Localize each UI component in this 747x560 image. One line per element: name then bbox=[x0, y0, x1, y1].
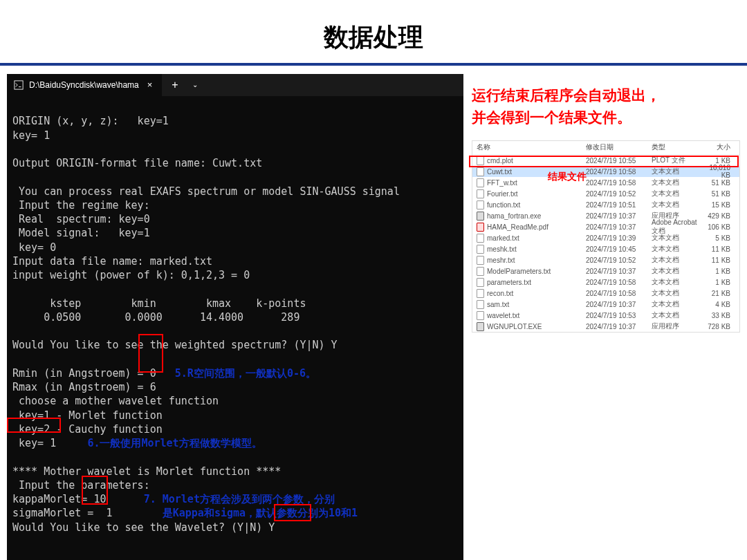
file-name: meshk.txt bbox=[487, 245, 517, 253]
term-line: You can process real EXAFS spectrum or m… bbox=[12, 185, 400, 198]
term-line: Would You like to see the Wavelet? (Y|N)… bbox=[12, 521, 275, 534]
file-name: recon.txt bbox=[487, 290, 513, 297]
tab-title: D:\BaiduSyncdisk\wave\hama bbox=[29, 80, 139, 91]
terminal-body[interactable]: ORIGIN (x, y, z): key=1 key= 1 Output OR… bbox=[7, 96, 463, 560]
col-size[interactable]: 大小 bbox=[701, 141, 735, 154]
file-size: 21 KB bbox=[701, 288, 735, 299]
terminal-window: D:\BaiduSyncdisk\wave\hama × + ⌄ ORIGIN … bbox=[7, 74, 463, 560]
file-icon bbox=[477, 178, 484, 187]
file-icon bbox=[477, 245, 484, 254]
terminal-icon bbox=[14, 80, 24, 90]
file-icon bbox=[477, 189, 484, 198]
file-icon bbox=[477, 234, 484, 243]
file-name: parameters.txt bbox=[487, 279, 531, 286]
file-icon bbox=[477, 322, 484, 331]
file-name: marked.txt bbox=[487, 234, 519, 242]
svg-rect-0 bbox=[15, 81, 23, 89]
annotation-6: 6.一般使用Morlet方程做数学模型。 bbox=[87, 437, 261, 449]
file-list-header: 名称 修改日期 类型 大小 bbox=[472, 141, 739, 155]
file-type: 应用程序 bbox=[647, 319, 701, 333]
file-size: 33 KB bbox=[701, 310, 735, 321]
file-date: 2024/7/19 10:58 bbox=[582, 166, 647, 178]
file-icon bbox=[477, 267, 484, 276]
divider bbox=[0, 63, 747, 66]
file-size: 5 KB bbox=[701, 232, 735, 244]
term-line: key= 1 bbox=[12, 129, 50, 142]
file-size: 11 KB bbox=[701, 243, 735, 255]
file-date: 2024/7/19 10:45 bbox=[582, 243, 647, 255]
term-line: Rmin (in Angstroem) = 0 bbox=[12, 367, 156, 380]
term-line: input weight (power of k): 0,1,2,3 = 0 bbox=[12, 269, 250, 281]
col-type[interactable]: 类型 bbox=[647, 141, 701, 154]
file-name: hama_fortran.exe bbox=[487, 212, 541, 220]
note-text: 运行结束后程序会自动退出， 并会得到一个结果文件。 bbox=[472, 74, 740, 128]
file-size: 15 KB bbox=[701, 199, 735, 211]
redbox-kappa-sigma bbox=[82, 476, 108, 505]
terminal-titlebar[interactable]: D:\BaiduSyncdisk\wave\hama × + ⌄ bbox=[7, 74, 463, 96]
file-row[interactable]: WGNUPLOT.EXE2024/7/19 10:37应用程序728 KB bbox=[472, 321, 739, 332]
redbox-key bbox=[7, 418, 61, 433]
term-line: 0.0500 0.0000 14.4000 289 bbox=[12, 311, 299, 324]
term-line: ORIGIN (x, y, z): key=1 bbox=[12, 115, 169, 127]
file-icon bbox=[477, 200, 484, 209]
term-line: **** Mother wavelet is Morlet function *… bbox=[12, 465, 281, 478]
file-name: wavelet.txt bbox=[487, 312, 519, 319]
file-date: 2024/7/19 10:52 bbox=[582, 188, 647, 200]
right-column: 运行结束后程序会自动退出， 并会得到一个结果文件。 名称 修改日期 类型 大小 … bbox=[472, 74, 740, 560]
terminal-tab[interactable]: D:\BaiduSyncdisk\wave\hama × bbox=[7, 74, 162, 96]
file-date: 2024/7/19 10:52 bbox=[582, 254, 647, 266]
file-name: Fourier.txt bbox=[487, 190, 517, 198]
file-size: 51 KB bbox=[701, 177, 735, 189]
file-name: meshr.txt bbox=[487, 256, 515, 264]
file-date: 2024/7/19 10:37 bbox=[582, 299, 647, 310]
close-icon[interactable]: × bbox=[145, 79, 156, 91]
file-icon bbox=[477, 300, 484, 309]
term-line: Rmax (in Angstroem) = 6 bbox=[12, 381, 156, 393]
file-name: sam.txt bbox=[487, 301, 509, 308]
term-line: Input the regime key: bbox=[12, 199, 150, 212]
term-line: Model signal: key=1 bbox=[12, 227, 150, 239]
term-line: Would You like to see the weighted spect… bbox=[12, 339, 338, 351]
file-icon bbox=[477, 212, 484, 221]
file-icon bbox=[477, 256, 484, 265]
file-name: Cuwt.txt bbox=[487, 168, 512, 176]
slide-header: 数据处理 bbox=[0, 0, 747, 63]
annotation-7b: 是Kappa和sigma，默认参数分别为10和1 bbox=[163, 507, 358, 519]
file-size: 51 KB bbox=[701, 188, 735, 200]
file-date: 2024/7/19 10:58 bbox=[582, 177, 647, 189]
file-name: FFT_w.txt bbox=[487, 179, 517, 187]
col-date[interactable]: 修改日期 bbox=[582, 141, 647, 154]
content-area: D:\BaiduSyncdisk\wave\hama × + ⌄ ORIGIN … bbox=[0, 74, 747, 560]
redbox-result-file bbox=[469, 156, 739, 167]
result-file-label: 结果文件 bbox=[548, 171, 587, 183]
term-line: key= 1 bbox=[12, 437, 56, 449]
file-icon bbox=[477, 278, 484, 287]
file-size: 728 KB bbox=[701, 321, 735, 333]
file-date: 2024/7/19 10:39 bbox=[582, 232, 647, 244]
file-date: 2024/7/19 10:37 bbox=[582, 265, 647, 277]
file-icon bbox=[477, 167, 484, 176]
file-name: function.txt bbox=[487, 201, 520, 209]
file-icon bbox=[477, 311, 484, 320]
redbox-last-y bbox=[274, 504, 311, 521]
file-size: 106 KB bbox=[701, 221, 735, 233]
file-date: 2024/7/19 10:37 bbox=[582, 321, 647, 333]
file-date: 2024/7/19 10:53 bbox=[582, 310, 647, 321]
file-size: 1 KB bbox=[701, 265, 735, 277]
file-name: WGNUPLOT.EXE bbox=[487, 323, 542, 330]
term-line: sigmaMorlet = 1 bbox=[12, 507, 113, 519]
file-icon bbox=[477, 223, 484, 232]
term-line: Output ORIGIN-format file name: Cuwt.txt bbox=[12, 157, 262, 169]
term-line: key= 0 bbox=[12, 241, 56, 254]
file-date: 2024/7/19 10:37 bbox=[582, 221, 647, 233]
page-title: 数据处理 bbox=[0, 21, 747, 55]
new-tab-button[interactable]: + bbox=[162, 77, 187, 93]
file-size: 4 KB bbox=[701, 299, 735, 310]
file-explorer[interactable]: 名称 修改日期 类型 大小 cmd.plot2024/7/19 10:55PLO… bbox=[472, 140, 740, 333]
file-name: ModelParameters.txt bbox=[487, 268, 551, 275]
tab-dropdown-icon[interactable]: ⌄ bbox=[188, 80, 202, 90]
col-name[interactable]: 名称 bbox=[472, 141, 582, 154]
annotation-5: 5.R空间范围，一般默认0-6。 bbox=[175, 367, 316, 380]
file-explorer-wrap: 名称 修改日期 类型 大小 cmd.plot2024/7/19 10:55PLO… bbox=[472, 135, 740, 333]
file-date: 2024/7/19 10:58 bbox=[582, 288, 647, 299]
